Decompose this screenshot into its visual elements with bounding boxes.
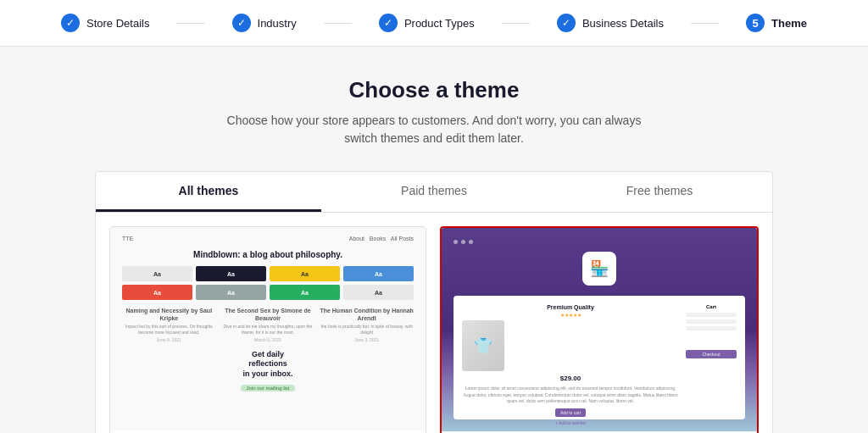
tte-reflection: Get dailyreflectionsin your inbox. bbox=[122, 350, 414, 380]
sf-description: Lorem ipsum dolor sit amet consectetur a… bbox=[462, 386, 679, 405]
sf-cart-title: Cart bbox=[686, 304, 737, 309]
step-business-details: ✓ Business Details bbox=[530, 14, 691, 32]
tabs-container: All themes Paid themes Free themes TTE A… bbox=[95, 171, 773, 433]
sf-product-details: Premium Quality ★★★★★ 👕 $29.00 Lorem ips… bbox=[462, 304, 679, 411]
color-block-3: Aa bbox=[270, 266, 340, 281]
connector-1 bbox=[176, 23, 204, 24]
tab-paid-themes[interactable]: Paid themes bbox=[321, 172, 547, 212]
tte-color-blocks: Aa Aa Aa Aa Aa Aa Aa Aa bbox=[122, 266, 414, 300]
sf-wishlist-link: + Add to wishlist bbox=[462, 420, 679, 425]
theme-card-twenty-twenty-three: TTE About Books All Posts Mindblown: a b… bbox=[109, 226, 426, 433]
page-title: Choose a theme bbox=[17, 77, 851, 103]
tte-pill: Join our mailing list bbox=[241, 385, 294, 391]
step-label-theme: Theme bbox=[771, 17, 807, 30]
sf-store-icon: 🏪 bbox=[582, 252, 616, 286]
storefront-preview-bg: 🏪 Premium Quality ★★★★★ 👕 $29.00 Lorem i… bbox=[442, 228, 757, 431]
theme-card-storefront: 🏪 Premium Quality ★★★★★ 👕 $29.00 Lorem i… bbox=[440, 226, 759, 433]
sf-content-area: Premium Quality ★★★★★ 👕 $29.00 Lorem ips… bbox=[453, 296, 745, 419]
tab-all-themes[interactable]: All themes bbox=[96, 172, 321, 212]
sf-product-title: Premium Quality bbox=[462, 304, 679, 310]
main-content: Choose a theme Choose how your store app… bbox=[0, 47, 868, 433]
tabs-header: All themes Paid themes Free themes bbox=[96, 172, 772, 213]
step-industry: ✓ Industry bbox=[205, 14, 324, 32]
step-icon-product-types: ✓ bbox=[379, 14, 398, 32]
step-theme: 5 Theme bbox=[719, 14, 834, 32]
color-block-1: Aa bbox=[122, 266, 192, 281]
sf-stars: ★★★★★ bbox=[462, 312, 679, 318]
color-block-6: Aa bbox=[196, 285, 266, 300]
sf-price: $29.00 bbox=[462, 375, 679, 382]
sf-cart-line-2 bbox=[686, 319, 737, 324]
progress-bar: ✓ Store Details ✓ Industry ✓ Product Typ… bbox=[0, 0, 868, 47]
themes-grid: TTE About Books All Posts Mindblown: a b… bbox=[96, 213, 772, 433]
connector-3 bbox=[502, 23, 530, 24]
sf-cart-line-3 bbox=[686, 326, 737, 330]
theme-preview-tte: TTE About Books All Posts Mindblown: a b… bbox=[110, 227, 426, 430]
sf-product-image: 👕 bbox=[462, 320, 504, 371]
step-product-types: ✓ Product Types bbox=[352, 14, 502, 32]
step-icon-business-details: ✓ bbox=[557, 14, 576, 32]
step-store-details: ✓ Store Details bbox=[34, 14, 176, 32]
sf-dot-1 bbox=[453, 240, 458, 244]
theme-preview-storefront: 🏪 Premium Quality ★★★★★ 👕 $29.00 Lorem i… bbox=[442, 228, 757, 431]
tte-grid-item-1: Naming and Necessity by Saul Kripke Impa… bbox=[122, 307, 216, 343]
connector-2 bbox=[324, 23, 352, 24]
sf-checkout-btn: Checkout bbox=[686, 350, 737, 358]
step-icon-store-details: ✓ bbox=[61, 14, 80, 32]
sf-dot-2 bbox=[461, 240, 465, 244]
page-subtitle: Choose how your store appears to custome… bbox=[17, 112, 851, 147]
step-label-business-details: Business Details bbox=[582, 17, 664, 30]
sf-cart-area: Cart Checkout bbox=[686, 304, 737, 411]
connector-4 bbox=[691, 23, 719, 24]
sf-browser-bar bbox=[453, 240, 745, 244]
sf-cart-line-1 bbox=[686, 313, 737, 317]
color-block-7: Aa bbox=[270, 285, 340, 300]
step-icon-industry: ✓ bbox=[232, 14, 251, 32]
tte-grid-item-2: The Second Sex by Simone de Beauvoir Div… bbox=[221, 307, 315, 343]
color-block-5: Aa bbox=[122, 285, 192, 300]
step-label-product-types: Product Types bbox=[404, 17, 475, 30]
color-block-8: Aa bbox=[343, 285, 414, 300]
sf-add-to-cart-btn: Add to cart bbox=[555, 408, 586, 417]
color-block-2: Aa bbox=[196, 266, 266, 281]
tte-grid-item-3: The Human Condition by Hannah Arendt the… bbox=[320, 307, 414, 343]
step-label-industry: Industry bbox=[258, 17, 297, 30]
tte-grid: Naming and Necessity by Saul Kripke Impa… bbox=[122, 307, 414, 343]
step-icon-theme: 5 bbox=[746, 14, 765, 32]
tte-brand: TTE bbox=[122, 236, 133, 241]
color-block-4: Aa bbox=[343, 266, 414, 281]
step-label-store-details: Store Details bbox=[86, 17, 149, 30]
tab-free-themes[interactable]: Free themes bbox=[547, 172, 772, 212]
tte-headline: Mindblown: a blog about philosophy. bbox=[122, 250, 414, 259]
tte-nav: About Books All Posts bbox=[349, 236, 414, 241]
sf-dot-3 bbox=[469, 240, 473, 244]
sf-cart-spacer bbox=[686, 333, 737, 350]
